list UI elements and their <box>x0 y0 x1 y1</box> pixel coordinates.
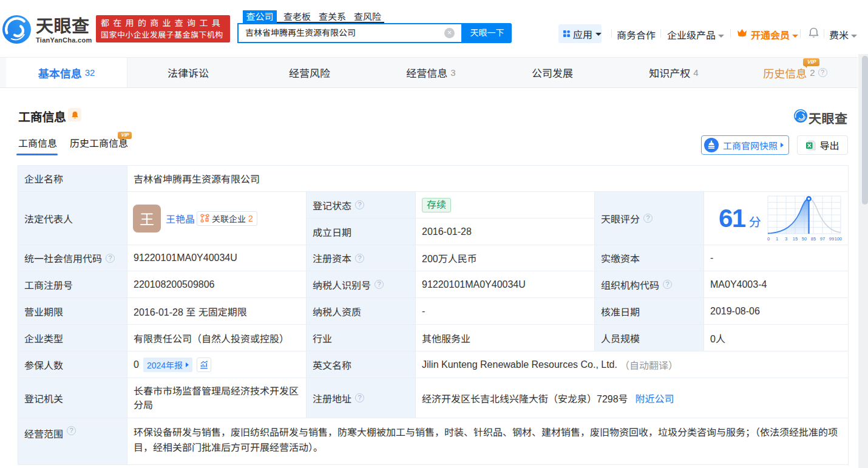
svg-text:100: 100 <box>834 236 841 242</box>
svg-text:15: 15 <box>793 236 798 242</box>
svg-text:0: 0 <box>767 236 770 242</box>
svg-text:3: 3 <box>785 236 787 242</box>
svg-text:85: 85 <box>811 236 816 242</box>
svg-text:1: 1 <box>776 236 778 242</box>
svg-text:99: 99 <box>829 236 834 242</box>
svg-text:50: 50 <box>802 236 807 242</box>
svg-text:97: 97 <box>820 236 825 242</box>
